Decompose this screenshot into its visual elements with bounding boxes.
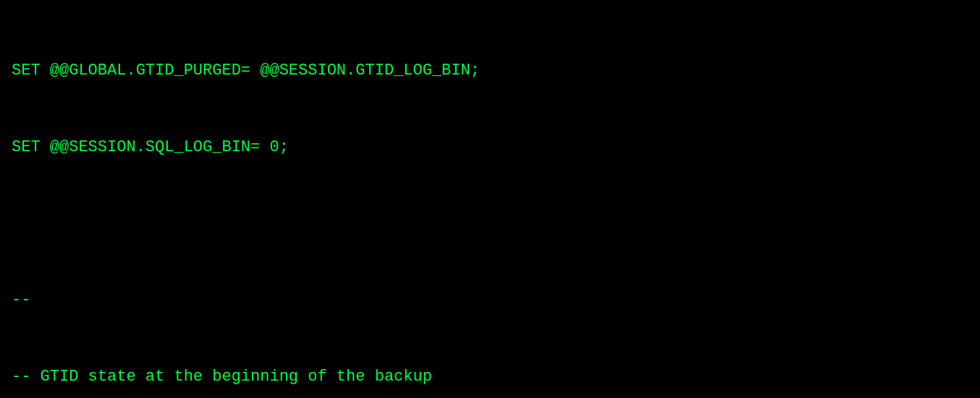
code-line-4: -- bbox=[12, 287, 968, 313]
code-block: SET @@GLOBAL.GTID_PURGED= @@SESSION.GTID… bbox=[12, 7, 968, 398]
code-line-2: SET @@SESSION.SQL_LOG_BIN= 0; bbox=[12, 135, 968, 160]
code-line-3 bbox=[12, 211, 968, 237]
code-line-1: SET @@GLOBAL.GTID_PURGED= @@SESSION.GTID… bbox=[12, 58, 968, 83]
code-line-5: -- GTID state at the beginning of the ba… bbox=[12, 364, 968, 389]
